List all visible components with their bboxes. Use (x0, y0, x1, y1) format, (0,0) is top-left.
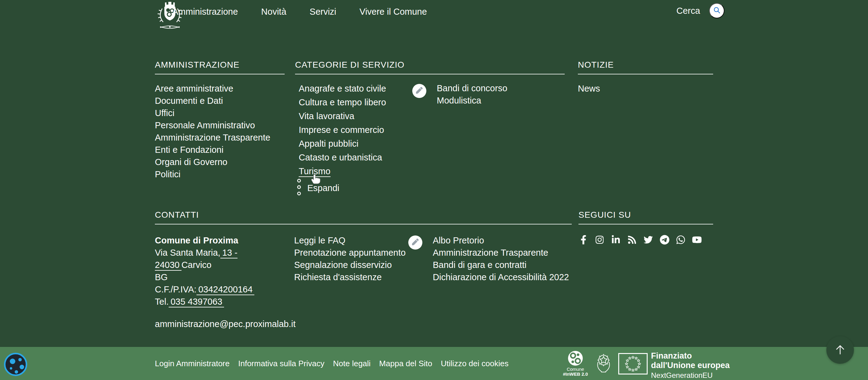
search-area: Cerca (676, 3, 724, 18)
list-item: Richiesta d'assistenze (294, 271, 406, 283)
bottom-bar: Login Amministratore Informativa sulla P… (0, 347, 868, 380)
col-title: NOTIZIE (578, 60, 713, 70)
list-item: Prenotazione appuntamento (294, 246, 406, 259)
footer-link[interactable]: Politici (155, 169, 181, 179)
footer-col-contatti: CONTATTI Comune di Proxima Via Santa Mar… (155, 210, 572, 225)
footer-link[interactable]: News (578, 84, 600, 93)
footer-link[interactable]: Organi di Governo (155, 157, 227, 167)
list-item: Organi di Governo (155, 156, 285, 168)
footer-link[interactable]: Catasto e urbanistica (299, 152, 382, 162)
search-icon (713, 6, 721, 15)
list-item: Documenti e Dati (155, 95, 285, 107)
search-link[interactable]: Cerca (676, 6, 700, 16)
list-item: Albo Pretorio (433, 234, 569, 246)
divider (155, 74, 285, 75)
funding-line3: NextGenerationEU (651, 371, 730, 380)
footer-link[interactable]: Albo Pretorio (433, 235, 484, 245)
nav-vivere-il-comune[interactable]: Vivere il Comune (360, 7, 427, 17)
eu-funding-text: Finanziato dall'Unione europea NextGener… (651, 351, 730, 380)
italy-emblem-icon (594, 352, 613, 375)
footer-link[interactable]: Prenotazione appuntamento (294, 248, 406, 258)
privacy-link[interactable]: Informativa sulla Privacy (238, 359, 324, 368)
footer-link[interactable]: Bandi di gara e contratti (433, 260, 526, 270)
footer-link[interactable]: Imprese e commercio (299, 125, 384, 135)
divider (579, 224, 713, 225)
footer-link[interactable]: Segnalazione disservizio (294, 260, 392, 270)
list-item: Segnalazione disservizio (294, 259, 406, 271)
pencil-icon (412, 238, 419, 246)
col-title: AMMINISTRAZIONE (155, 60, 285, 70)
footer-link[interactable]: Personale Amministrativo (155, 120, 255, 130)
list-item: Personale Amministrativo (155, 119, 285, 131)
list-item: Politici (155, 168, 285, 180)
phone-link[interactable]: 035 4397063 (168, 297, 224, 308)
expand-label[interactable]: Espandi (307, 183, 339, 193)
list-item: Turismo (299, 165, 565, 178)
pencil-badge (408, 235, 422, 250)
footer-link[interactable]: Enti e Fondazioni (155, 145, 223, 155)
telegram-icon[interactable] (659, 235, 669, 245)
twitter-icon[interactable] (643, 235, 653, 245)
footer-link-turismo-hovered[interactable]: Turismo (299, 166, 331, 177)
expand-services[interactable]: Espandi (297, 178, 339, 198)
service-side-links: Bandi di concorso Modulistica (412, 82, 507, 107)
footer-link[interactable]: Anagrafe e stato civile (299, 84, 386, 93)
footer-col-amministrazione: AMMINISTRAZIONE Aree amministrative Docu… (155, 60, 285, 180)
footer-link[interactable]: Leggi le FAQ (294, 235, 345, 245)
assistance-links: Leggi le FAQ Prenotazione appuntamento S… (294, 234, 406, 283)
divider (295, 74, 565, 75)
footer-link[interactable]: Documenti e Dati (155, 96, 223, 106)
contact-info: Comune di Proxima Via Santa Maria,13 - 2… (155, 234, 286, 330)
linkedin-icon[interactable] (611, 235, 621, 245)
list-item: News (578, 82, 713, 95)
social-row (579, 235, 713, 245)
accessibility-dot (10, 367, 12, 370)
facebook-icon[interactable] (579, 235, 588, 245)
rss-icon[interactable] (627, 235, 637, 245)
footer-link[interactable]: Modulistica (437, 95, 481, 105)
footer-link[interactable]: Amministrazione Trasparente (155, 133, 270, 142)
list-item: Vita lavorativa (299, 109, 565, 123)
funding-line1: Finanziato (651, 351, 730, 361)
list-item: Enti e Fondazioni (155, 144, 285, 156)
footer-link[interactable]: Amministrazione Trasparente (433, 248, 548, 258)
list-item: Dichiarazione di Accessibilità 2022 (433, 271, 569, 283)
address-line: Via Santa Maria,13 - 24030Carvico (155, 246, 286, 271)
email-line: amministrazione@pec.proximalab.it (155, 318, 286, 330)
sitemap-link[interactable]: Mappa del Sito (379, 359, 432, 368)
accessibility-dot (20, 365, 24, 369)
nav-servizi[interactable]: Servizi (310, 7, 336, 17)
legal-notes-link[interactable]: Note legali (333, 359, 371, 368)
footer-col-seguici: SEGUICI SU (579, 210, 713, 245)
email-link[interactable]: amministrazione@pec.proximalab.it (155, 319, 296, 329)
arrow-up-icon (833, 342, 847, 358)
list-item: Bandi di gara e contratti (433, 259, 569, 271)
nav-novita[interactable]: Novità (261, 7, 286, 17)
instagram-icon[interactable] (595, 235, 604, 245)
col-title: CONTATTI (155, 210, 572, 220)
scroll-to-top-button[interactable] (826, 336, 854, 364)
footer-link[interactable]: Appalti pubblici (299, 139, 359, 148)
footer-link[interactable]: Dichiarazione di Accessibilità 2022 (433, 272, 569, 282)
footer-col-notizie: NOTIZIE News (578, 60, 713, 95)
page: Amministrazione Novità Servizi Vivere il… (0, 0, 868, 380)
cookies-link[interactable]: Utilizzo dei cookies (441, 359, 508, 368)
nav-amministrazione[interactable]: Amministrazione (172, 7, 238, 17)
cf-line: C.F./P.IVA:03424200164 (155, 283, 286, 295)
login-admin-link[interactable]: Login Amministratore (155, 359, 229, 368)
footer-link[interactable]: Cultura e tempo libero (299, 97, 386, 107)
comune-logo-caption: Comune (559, 367, 592, 372)
list-item: Catasto e urbanistica (299, 151, 565, 165)
footer-link[interactable]: Bandi di concorso (437, 83, 507, 93)
accessibility-dot (15, 370, 18, 374)
footer-link[interactable]: Uffici (155, 108, 175, 118)
footer-link[interactable]: Richiesta d'assistenze (294, 272, 382, 282)
footer-link[interactable]: Aree amministrative (155, 84, 233, 93)
whatsapp-icon[interactable] (676, 235, 686, 245)
accessibility-widget-button[interactable] (4, 353, 27, 376)
cf-link[interactable]: 03424200164 (196, 285, 254, 295)
footer-link[interactable]: Vita lavorativa (299, 111, 354, 121)
youtube-icon[interactable] (692, 235, 702, 245)
divider (578, 74, 713, 75)
search-button[interactable] (709, 3, 724, 18)
